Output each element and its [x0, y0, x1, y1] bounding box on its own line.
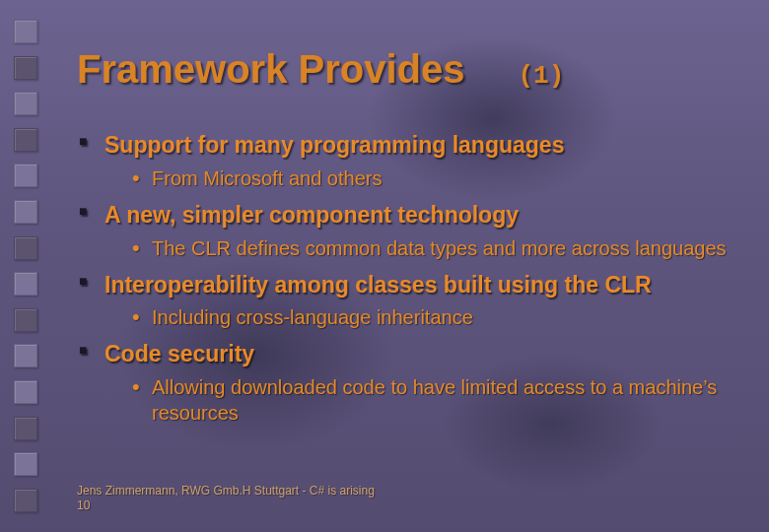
sub-bullet-list: Including cross-language inheritance [130, 304, 739, 330]
bullet-text: Interoperability among classes built usi… [105, 272, 652, 298]
title-row: Framework Provides (1) [77, 47, 739, 92]
bullet-item: Code security Allowing downloaded code t… [77, 340, 739, 426]
bullet-list: Support for many programming languages F… [77, 131, 739, 426]
bullet-item: Support for many programming languages F… [77, 131, 739, 191]
decorative-square-strip [14, 20, 37, 512]
sub-bullet-item: Including cross-language inheritance [130, 304, 739, 330]
slide-number: 10 [77, 499, 375, 514]
slide-footer: Jens Zimmermann, RWG Gmb.H Stuttgart - C… [77, 484, 375, 514]
sub-bullet-list: The CLR defines common data types and mo… [130, 235, 739, 261]
slide-title: Framework Provides [77, 47, 465, 92]
bullet-text: A new, simpler component technology [105, 202, 519, 228]
sub-bullet-list: From Microsoft and others [130, 166, 739, 191]
bullet-text: Code security [105, 341, 254, 366]
sub-bullet-list: Allowing downloaded code to have limited… [130, 374, 739, 426]
slide-title-number: (1) [519, 61, 565, 91]
sub-bullet-item: From Microsoft and others [130, 166, 739, 191]
slide: Framework Provides (1) Support for many … [0, 0, 769, 532]
bullet-text: Support for many programming languages [105, 132, 564, 158]
bullet-item: Interoperability among classes built usi… [77, 271, 739, 331]
sub-bullet-item: The CLR defines common data types and mo… [130, 235, 739, 261]
bullet-item: A new, simpler component technology The … [77, 201, 739, 261]
footer-text: Jens Zimmermann, RWG Gmb.H Stuttgart - C… [77, 484, 375, 499]
sub-bullet-item: Allowing downloaded code to have limited… [130, 374, 739, 426]
slide-content: Framework Provides (1) Support for many … [77, 47, 739, 435]
